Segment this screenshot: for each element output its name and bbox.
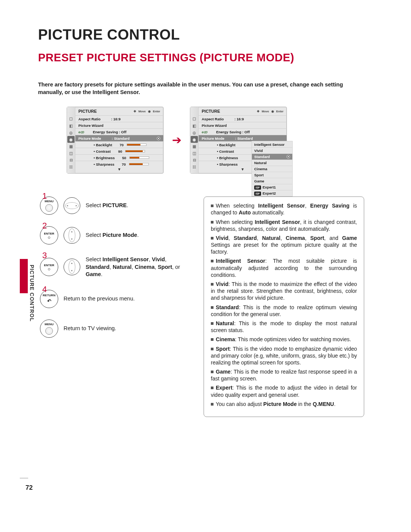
tab-icon: ◎ [67,129,75,136]
tab-icon: ☐ [190,115,198,122]
info-item: Intelligent Sensor: The most suitable pi… [211,257,357,278]
dropdown-item[interactable]: Game [252,178,292,184]
energy-row: eꝏ Energy Saving : Off [75,128,163,135]
osd-param-row: Sharpness 70 [75,161,163,167]
radio-icon [157,137,160,140]
step-number: 4 [42,284,47,294]
osd-param-row: Contrast 90 [75,148,163,154]
info-item: Expert: This is the mode to adjust the v… [211,384,357,398]
info-item: Natural: This is the mode to display the… [211,320,357,334]
step-number: 2 [42,221,47,231]
button-inner-icon [45,327,53,335]
bullet-icon [211,221,213,224]
bullet-icon [211,260,213,262]
picture-mode-dropdown: Intelligent SensorVividStandardNaturalCi… [252,141,293,197]
move-icon: ✥ [134,110,136,113]
energy-row: eꝏ Energy Saving : Off [199,128,287,135]
move-icon: ✥ [257,110,260,113]
page-title: PICTURE CONTROL [38,27,375,43]
step-text: Return to the previous menu. [64,295,135,303]
mode-row-selected: Picture Mode : Standard [199,135,287,141]
tab-icon-selected: ◉ [191,136,198,143]
step-text: Select Intelligent Sensor, Vivid, Standa… [86,256,185,278]
tab-icon: ◫ [190,150,198,157]
dropdown-item[interactable]: Natural [252,160,292,166]
info-item: Vivid, Standard, Natural, Cinema, Sport,… [211,235,357,256]
tab-icon: ◧ [190,122,198,129]
info-item: You can also adjust Picture Mode in the … [211,401,357,407]
tab-icon: ◎ [190,129,198,136]
dropdown-item[interactable]: ISFExpert2 [252,190,292,196]
aspect-row: Aspect Ratio : 16:9 [75,115,163,122]
steps-column: 1 MENU ◂▸ Select PICTURE. 2 ENTER ▴▾ Sel… [40,197,185,417]
wizard-row: Picture Wizard [199,122,287,128]
bullet-icon [211,403,213,406]
tab-icon: ☐ [67,115,75,122]
info-item: Cinema: This mode optimizes video for wa… [211,336,357,343]
dropdown-item[interactable]: Standard [252,153,292,160]
enter-icon: ◉ [148,110,151,113]
tab-icon-selected: ◉ [67,136,75,143]
osd-param-row: Backlight 70 [75,141,163,148]
bullet-icon [211,387,213,389]
nav-pad-vertical[interactable]: ▴▾ [64,227,80,244]
dropdown-item[interactable]: Cinema [252,166,292,172]
wizard-row: Picture Wizard [75,122,163,128]
bullet-icon [211,283,213,286]
step-number: 1 [42,191,47,201]
nav-pad-vertical[interactable]: ▴▾ [64,259,80,275]
dropdown-item[interactable]: ISFExpert1 [252,184,292,190]
info-item: Vivid: This is the mode to maximize the … [211,281,357,302]
button-inner-icon [45,204,53,212]
eco-icon: eꝏ [78,130,84,134]
subtitle: PRESET PICTURE SETTINGS (PICTURE MODE) [38,51,375,64]
info-item: Standard: This is the mode to realize op… [211,304,357,318]
aspect-row: Aspect Ratio : 16:9 [199,115,287,122]
bullet-icon [211,322,213,325]
osd-tab-column: ☐ ◧ ◎ ◉ ▦ ◫ ⊟ ☷ [67,107,75,173]
info-box: When selecting Intelligent Sensor, Energ… [204,197,364,417]
osd-row: ☐ ◧ ◎ ◉ ▦ ◫ ⊟ ☷ PICTURE ✥Move ◉Enter Asp… [67,107,375,174]
dropdown-item[interactable]: Intelligent Sensor [252,141,292,147]
bullet-icon [211,338,213,341]
tab-icon: ⊟ [190,157,198,163]
intro-text: There are factory presets for picture se… [38,81,369,96]
side-tab-red [20,259,28,293]
osd-title: PICTURE [202,109,220,113]
nav-pad-horizontal[interactable]: ◂▸ [64,197,80,214]
arrow-right-icon: ➔ [172,133,182,147]
step-row: 3 ENTER ▴▾ Select Intelligent Sensor, Vi… [40,256,185,278]
info-item: When selecting Intelligent Sensor, Energ… [211,202,357,216]
tab-icon: ☷ [67,163,75,170]
osd-hints: ✥Move ◉Enter [257,110,284,113]
enter-icon: ◉ [271,110,274,113]
tab-icon: ▦ [67,143,75,150]
remote-button-menu[interactable]: MENU [40,320,58,338]
step-row: 4 RETURN↶ Return to the previous menu. [40,290,185,308]
osd-panel-left: ☐ ◧ ◎ ◉ ▦ ◫ ⊟ ☷ PICTURE ✥Move ◉Enter Asp… [67,107,164,174]
dropdown-item[interactable]: Sport [252,172,292,178]
return-icon: ↶ [47,298,51,304]
eco-icon: eꝏ [202,130,207,134]
step-row: 2 ENTER ▴▾ Select Picture Mode. [40,226,185,244]
step-row: 1 MENU ◂▸ Select PICTURE. [40,197,185,215]
info-item: Sport: This is the video mode to emphasi… [211,345,357,366]
step-row: MENU Return to TV viewing. [40,320,185,338]
step-text: Select Picture Mode. [86,232,139,239]
bullet-icon [211,371,213,373]
osd-title: PICTURE [78,109,97,113]
tab-icon: ☷ [190,163,198,170]
side-tab-label: PICTURE CONTROL [29,265,35,322]
info-item: Game: This is the mode to realize fast r… [211,368,357,382]
remote-button-enter[interactable]: ENTER [40,258,58,276]
tab-icon: ▦ [190,143,198,150]
osd-panel-right: ☐ ◧ ◎ ◉ ▦ ◫ ⊟ ☷ PICTURE ✥Move ◉Enter [190,107,287,174]
dropdown-item[interactable]: Vivid [252,147,292,153]
step-text: Return to TV viewing. [64,325,116,332]
enter-dot-icon [48,236,50,239]
bullet-icon [211,348,213,350]
bullet-icon [211,237,213,240]
bullet-icon [211,306,213,309]
tab-icon: ⊟ [67,157,75,163]
tab-icon: ◧ [67,122,75,129]
